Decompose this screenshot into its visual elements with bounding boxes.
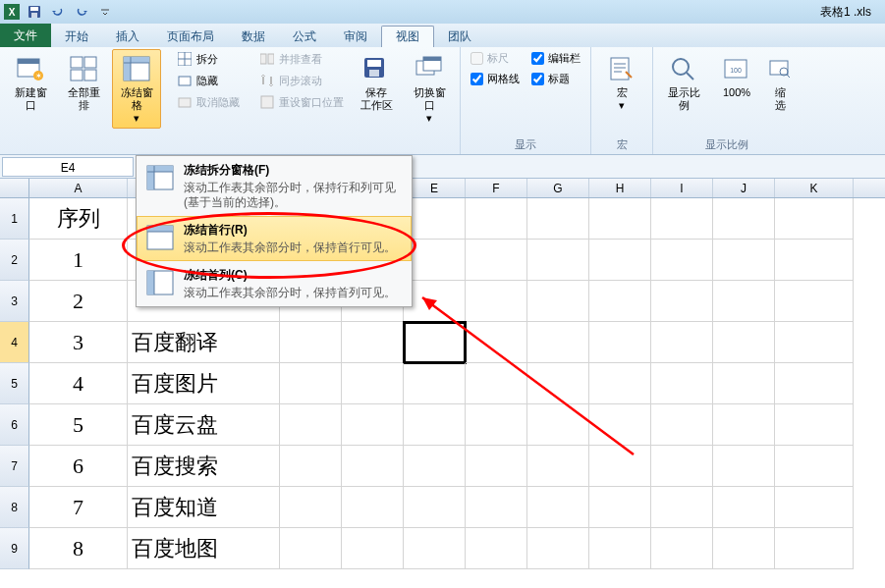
zoom-selection-button[interactable]: 缩 选: [765, 49, 795, 116]
cell-E4[interactable]: [404, 322, 466, 363]
cell-B9[interactable]: 百度地图: [128, 528, 280, 569]
cell-E8[interactable]: [404, 487, 466, 528]
cell-G2[interactable]: [527, 240, 589, 281]
cell-G6[interactable]: [527, 404, 589, 446]
cell-K6[interactable]: [775, 404, 854, 446]
tab-formulas[interactable]: 公式: [279, 26, 330, 47]
cell-E7[interactable]: [404, 446, 466, 487]
cell-I4[interactable]: [651, 322, 713, 363]
tab-view[interactable]: 视图: [381, 26, 434, 47]
cell-J2[interactable]: [713, 240, 775, 281]
cell-J1[interactable]: [713, 198, 775, 240]
cell-C8[interactable]: [280, 487, 342, 528]
tab-team[interactable]: 团队: [434, 26, 485, 47]
cell-I2[interactable]: [651, 240, 713, 281]
save-workspace-button[interactable]: 保存 工作区: [352, 49, 401, 116]
zoom-button[interactable]: 显示比例: [659, 49, 708, 116]
cell-K2[interactable]: [775, 240, 854, 281]
tab-page-layout[interactable]: 页面布局: [153, 26, 228, 47]
row-header-4[interactable]: 4: [0, 322, 29, 363]
macros-button[interactable]: 宏▾: [597, 49, 646, 116]
row-header-8[interactable]: 8: [0, 487, 29, 528]
cell-G3[interactable]: [527, 281, 589, 322]
cell-E5[interactable]: [404, 363, 466, 404]
column-header-G[interactable]: G: [527, 179, 589, 197]
cell-K1[interactable]: [775, 198, 854, 240]
cell-H4[interactable]: [589, 322, 651, 363]
cell-A6[interactable]: 5: [29, 404, 128, 446]
tab-data[interactable]: 数据: [228, 26, 279, 47]
cell-F9[interactable]: [466, 528, 527, 569]
cell-J9[interactable]: [713, 528, 775, 569]
row-header-2[interactable]: 2: [0, 240, 29, 281]
cell-D9[interactable]: [342, 528, 404, 569]
cell-E1[interactable]: [404, 198, 466, 240]
cell-J3[interactable]: [713, 281, 775, 322]
cell-H5[interactable]: [589, 363, 651, 404]
cell-B5[interactable]: 百度图片: [128, 363, 280, 404]
cell-J7[interactable]: [713, 446, 775, 487]
tab-file[interactable]: 文件: [0, 24, 51, 47]
column-header-A[interactable]: A: [29, 179, 128, 197]
cell-H9[interactable]: [589, 528, 651, 569]
arrange-all-button[interactable]: 全部重排: [59, 49, 108, 116]
cell-A8[interactable]: 7: [29, 487, 128, 528]
cell-G1[interactable]: [527, 198, 589, 240]
cell-B4[interactable]: 百度翻译: [128, 322, 280, 363]
cell-B6[interactable]: 百度云盘: [128, 404, 280, 446]
cell-A4[interactable]: 3: [29, 322, 128, 363]
cell-I9[interactable]: [651, 528, 713, 569]
row-header-5[interactable]: 5: [0, 363, 29, 404]
headings-checkbox[interactable]: 标题: [527, 70, 584, 88]
freeze-option-1[interactable]: 冻结首行(R)滚动工作表其余部分时，保持首行可见。: [137, 216, 412, 261]
save-button[interactable]: [24, 2, 45, 22]
cell-D6[interactable]: [342, 404, 404, 446]
cell-F6[interactable]: [466, 404, 527, 446]
cell-D4[interactable]: [342, 322, 404, 363]
cell-A5[interactable]: 4: [29, 363, 128, 404]
split-button[interactable]: 拆分: [173, 49, 244, 69]
cell-I5[interactable]: [651, 363, 713, 404]
redo-button[interactable]: [71, 2, 92, 22]
row-header-9[interactable]: 9: [0, 528, 29, 569]
cell-H3[interactable]: [589, 281, 651, 322]
cell-I3[interactable]: [651, 281, 713, 322]
cell-A1[interactable]: 序列: [29, 198, 128, 240]
cell-H2[interactable]: [589, 240, 651, 281]
zoom-100-button[interactable]: 100 100%: [712, 49, 761, 103]
gridlines-checkbox[interactable]: 网格线: [467, 70, 524, 88]
cell-H1[interactable]: [589, 198, 651, 240]
cell-E2[interactable]: [404, 240, 466, 281]
cell-F7[interactable]: [466, 446, 527, 487]
ruler-checkbox[interactable]: 标尺: [467, 49, 524, 68]
cell-F3[interactable]: [466, 281, 527, 322]
cell-G7[interactable]: [527, 446, 589, 487]
cell-K9[interactable]: [775, 528, 854, 569]
cell-C5[interactable]: [280, 363, 342, 404]
cell-E3[interactable]: [404, 281, 466, 322]
cell-F1[interactable]: [466, 198, 527, 240]
cell-H6[interactable]: [589, 404, 651, 446]
cell-H8[interactable]: [589, 487, 651, 528]
formula-bar-checkbox[interactable]: 编辑栏: [527, 49, 584, 68]
tab-insert[interactable]: 插入: [102, 26, 153, 47]
cell-E6[interactable]: [404, 404, 466, 446]
cell-J6[interactable]: [713, 404, 775, 446]
hide-button[interactable]: 隐藏: [173, 71, 244, 90]
cell-G5[interactable]: [527, 363, 589, 404]
select-all-corner[interactable]: [0, 179, 29, 197]
column-header-F[interactable]: F: [466, 179, 527, 197]
cell-I1[interactable]: [651, 198, 713, 240]
row-header-7[interactable]: 7: [0, 446, 29, 487]
row-header-1[interactable]: 1: [0, 198, 29, 240]
cell-I7[interactable]: [651, 446, 713, 487]
freeze-panes-button[interactable]: 冻结窗格▾: [112, 49, 161, 129]
cell-F2[interactable]: [466, 240, 527, 281]
tab-home[interactable]: 开始: [51, 26, 102, 47]
cell-C4[interactable]: [280, 322, 342, 363]
cell-K4[interactable]: [775, 322, 854, 363]
cell-C9[interactable]: [280, 528, 342, 569]
cell-B8[interactable]: 百度知道: [128, 487, 280, 528]
row-header-3[interactable]: 3: [0, 281, 29, 322]
cell-G9[interactable]: [527, 528, 589, 569]
